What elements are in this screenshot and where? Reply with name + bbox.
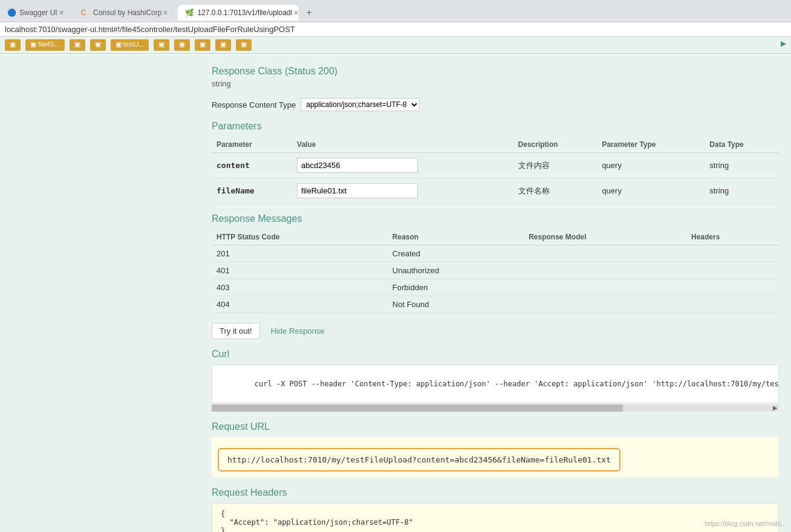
response-content-type-select[interactable]: application/json;charset=UTF-8 — [301, 98, 420, 111]
msg-reason-cell: Unauthorized — [388, 262, 524, 279]
curl-scrollbar-thumb[interactable] — [212, 404, 623, 412]
col-response-model: Response Model — [524, 229, 686, 245]
scroll-right-icon[interactable]: ▶ — [772, 404, 779, 412]
col-param-type: Parameter Type — [597, 137, 705, 153]
msg-headers-cell — [686, 296, 779, 313]
param-value-cell[interactable] — [292, 153, 513, 178]
request-url-text: http://localhost:7010/my/testFileUpload?… — [227, 455, 611, 464]
col-reason: Reason — [388, 229, 524, 245]
msg-reason-cell: Created — [388, 245, 524, 262]
hide-response-link[interactable]: Hide Response — [271, 326, 325, 336]
tab-close-swagger[interactable]: ✕ — [57, 9, 65, 17]
tab-favicon-swagger: 🔵 — [7, 8, 16, 17]
param-name-cell: content — [212, 153, 292, 178]
messages-table: HTTP Status Code Reason Response Model H… — [212, 229, 779, 313]
response-content-type-row: Response Content Type application/json;c… — [212, 98, 779, 111]
response-content-type-label: Response Content Type — [212, 100, 296, 109]
response-class-type: string — [212, 79, 779, 88]
response-class-section: Response Class (Status 200) string — [212, 66, 779, 88]
msg-code-cell: 403 — [212, 279, 388, 296]
curl-command-text: curl -X POST --header 'Content-Type: app… — [255, 380, 779, 388]
nav-item-10[interactable]: ▣ — [236, 39, 252, 51]
main-panel: Response Class (Status 200) string Respo… — [0, 54, 791, 532]
response-class-title: Response Class (Status 200) — [212, 66, 779, 77]
nav-item-7[interactable]: ▣ — [174, 39, 190, 51]
tab-bar: 🔵 Swagger UI ✕ C Consul by HashiCorp ✕ 🌿… — [0, 0, 791, 22]
col-data-type: Data Type — [705, 137, 779, 153]
message-row: 404 Not Found — [212, 296, 779, 313]
request-headers-box: { "Accept": "application/json;charset=UT… — [212, 503, 779, 532]
response-messages-title: Response Messages — [212, 213, 779, 224]
request-headers-section: Request Headers { "Accept": "application… — [212, 487, 779, 532]
curl-title: Curl — [212, 349, 779, 360]
watermark: https://blog.csdn.net/mobi... — [705, 520, 786, 527]
param-type-cell: query — [597, 153, 705, 178]
col-http-status: HTTP Status Code — [212, 229, 388, 245]
response-messages-section: Response Messages HTTP Status Code Reaso… — [212, 213, 779, 313]
col-description: Description — [513, 137, 597, 153]
message-row: 403 Forbidden — [212, 279, 779, 296]
parameters-table: Parameter Value Description Parameter Ty… — [212, 137, 779, 204]
address-text: localhost:7010/swagger-ui.html#!/file45c… — [5, 25, 295, 34]
param-datatype-cell: string — [705, 153, 779, 178]
msg-model-cell — [524, 279, 686, 296]
browser-chrome: 🔵 Swagger UI ✕ C Consul by HashiCorp ✕ 🌿… — [0, 0, 791, 37]
param-name-cell: fileName — [212, 178, 292, 204]
nav-bar: ▣ ▣ file45... ▣ ▣ ▣ testU... ▣ ▣ ▣ ▣ ▣ ▶ — [0, 37, 791, 54]
nav-item-8[interactable]: ▣ — [195, 39, 210, 51]
request-url-section: Request URL http://localhost:7010/my/tes… — [212, 421, 779, 478]
message-row: 401 Unauthorized — [212, 262, 779, 279]
msg-headers-cell — [686, 279, 779, 296]
nav-item-3[interactable]: ▣ — [70, 39, 85, 51]
tab-close-consul[interactable]: ✕ — [161, 9, 169, 17]
param-datatype-cell: string — [705, 178, 779, 204]
col-headers: Headers — [686, 229, 779, 245]
nav-item-2[interactable]: ▣ file45... — [25, 39, 65, 51]
param-row: content 文件内容 query string — [212, 153, 779, 178]
params-header-row: Parameter Value Description Parameter Ty… — [212, 137, 779, 153]
msg-code-cell: 201 — [212, 245, 388, 262]
tab-label-swagger: Swagger UI — [19, 8, 57, 17]
msg-reason-cell: Not Found — [388, 296, 524, 313]
action-buttons-row: Try it out! Hide Response — [212, 323, 779, 339]
tab-favicon-file: 🌿 — [185, 8, 194, 17]
tab-consul[interactable]: C Consul by HashiCorp ✕ — [74, 5, 177, 21]
new-tab-button[interactable]: + — [300, 4, 317, 22]
request-headers-title: Request Headers — [212, 487, 779, 498]
tab-file-upload[interactable]: 🌿 127.0.0.1:7013/v1/file/uploadi ✕ — [178, 5, 299, 21]
try-it-out-button[interactable]: Try it out! — [212, 323, 260, 339]
nav-item-4[interactable]: ▣ — [90, 39, 106, 51]
msg-reason-cell: Forbidden — [388, 279, 524, 296]
nav-explore[interactable]: ▶ — [781, 39, 786, 51]
tab-label-file: 127.0.0.1:7013/v1/file/uploadi — [197, 8, 292, 17]
msg-code-cell: 404 — [212, 296, 388, 313]
address-bar[interactable]: localhost:7010/swagger-ui.html#!/file45c… — [0, 22, 791, 36]
tab-favicon-consul: C — [81, 8, 90, 17]
tab-close-file[interactable]: ✕ — [292, 9, 300, 17]
msg-model-cell — [524, 296, 686, 313]
request-headers-content: { "Accept": "application/json;charset=UT… — [221, 510, 770, 532]
nav-item-1[interactable]: ▣ — [5, 39, 21, 51]
msg-model-cell — [524, 245, 686, 262]
messages-header-row: HTTP Status Code Reason Response Model H… — [212, 229, 779, 245]
msg-headers-cell — [686, 262, 779, 279]
param-input[interactable] — [297, 183, 418, 198]
param-value-cell[interactable] — [292, 178, 513, 204]
param-desc-cell: 文件名称 — [513, 178, 597, 204]
curl-scrollbar[interactable]: ◀ ▶ — [212, 404, 779, 412]
parameters-section: Parameters Parameter Value Description P… — [212, 121, 779, 204]
nav-item-5[interactable]: ▣ testU... — [111, 39, 149, 51]
curl-section: Curl curl -X POST --header 'Content-Type… — [212, 349, 779, 412]
parameters-title: Parameters — [212, 121, 779, 132]
param-desc-cell: 文件内容 — [513, 153, 597, 178]
col-parameter: Parameter — [212, 137, 292, 153]
param-row: fileName 文件名称 query string — [212, 178, 779, 204]
col-value: Value — [292, 137, 513, 153]
param-input[interactable] — [297, 158, 418, 173]
tab-swagger-ui[interactable]: 🔵 Swagger UI ✕ — [0, 5, 73, 21]
nav-item-6[interactable]: ▣ — [154, 39, 169, 51]
request-url-title: Request URL — [212, 421, 779, 432]
nav-item-9[interactable]: ▣ — [215, 39, 231, 51]
param-type-cell: query — [597, 178, 705, 204]
message-row: 201 Created — [212, 245, 779, 262]
